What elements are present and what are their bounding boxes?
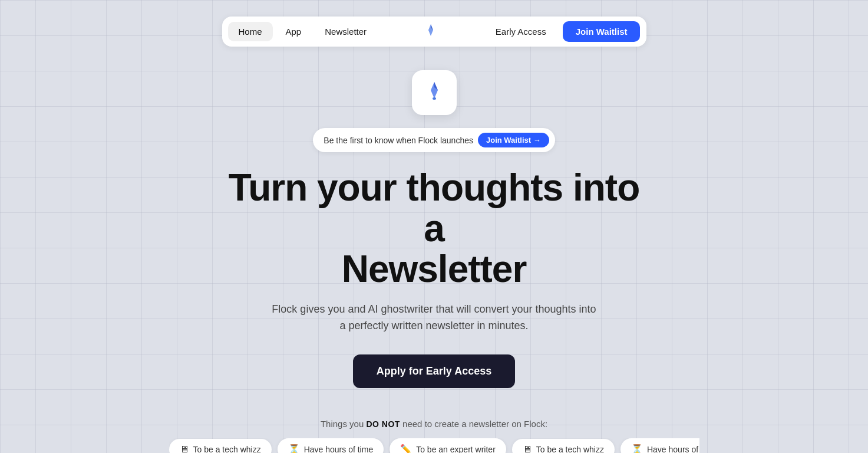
hero-title: Turn your thoughts into a Newsletter <box>228 168 641 290</box>
nav-tab-home[interactable]: Home <box>228 22 273 41</box>
announce-bar: Be the first to know when Flock launches… <box>313 128 555 152</box>
pen-icon-2: ✏️ <box>400 444 412 453</box>
hourglass-icon-2: ⏳ <box>631 444 643 453</box>
list-item: ✏️ To be an expert writer <box>390 438 506 453</box>
hero-subtitle: Flock gives you and AI ghostwriter that … <box>269 301 599 334</box>
list-item: ⏳ Have hours of time <box>278 438 384 453</box>
early-access-nav-button[interactable]: Early Access <box>485 22 557 41</box>
list-item: 🖥 To be a tech whizz <box>512 439 615 453</box>
nav-tab-newsletter[interactable]: Newsletter <box>314 22 377 41</box>
hero-title-line1: Turn your thoughts into a <box>229 166 639 250</box>
list-item: ⏳ Have hours of time <box>621 438 699 453</box>
announce-text: Be the first to know when Flock launches <box>324 136 473 145</box>
hourglass-icon-1: ⏳ <box>288 444 300 453</box>
dontneed-label-3: To be an expert writer <box>416 445 496 453</box>
dontneed-label-1: To be a tech whizz <box>193 445 261 453</box>
navbar: Home App Newsletter Early Access Join Wa… <box>222 17 646 47</box>
dontneed-label-5: Have hours of time <box>647 445 699 453</box>
tech-icon-2: 🖥 <box>523 444 532 453</box>
nav-logo <box>423 22 439 42</box>
hero-section: Be the first to know when Flock launches… <box>0 47 868 453</box>
list-item: 🖥 To be a tech whizz <box>169 439 272 453</box>
nav-left-tabs: Home App Newsletter <box>228 22 378 41</box>
dontneed-section: Things you DO NOT need to create a newsl… <box>169 419 699 453</box>
tech-icon-1: 🖥 <box>180 444 189 453</box>
dontneed-items-row: 🖥 To be a tech whizz ⏳ Have hours of tim… <box>169 438 699 453</box>
announce-join-button[interactable]: Join Waitlist → <box>478 133 549 147</box>
apply-early-access-button[interactable]: Apply for Early Access <box>353 354 515 388</box>
dontneed-title: Things you DO NOT need to create a newsl… <box>321 419 547 429</box>
svg-point-0 <box>433 97 436 100</box>
dontneed-label-2: Have hours of time <box>304 445 374 453</box>
pen-icon <box>423 22 439 42</box>
hero-pen-icon <box>423 79 445 106</box>
hero-title-line2: Newsletter <box>342 248 527 290</box>
nav-tab-app[interactable]: App <box>275 22 312 41</box>
join-waitlist-nav-button[interactable]: Join Waitlist <box>563 21 641 42</box>
dontneed-label-4: To be a tech whizz <box>536 445 604 453</box>
nav-right: Early Access Join Waitlist <box>485 21 641 42</box>
hero-app-icon <box>412 70 457 115</box>
